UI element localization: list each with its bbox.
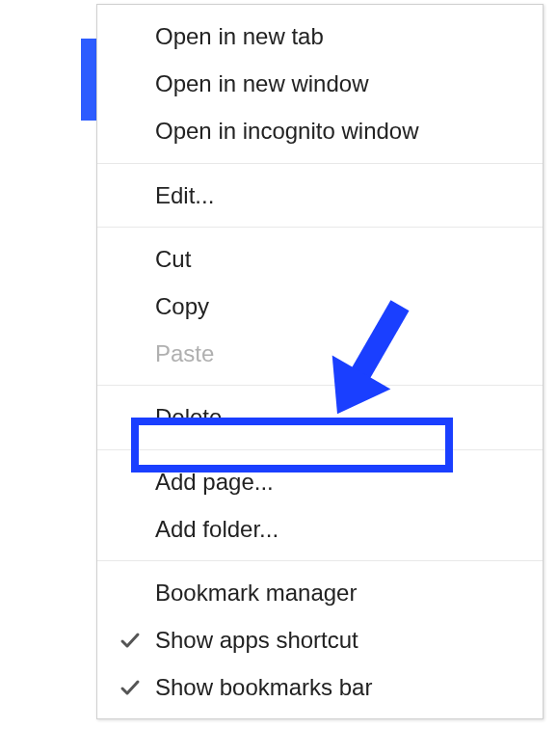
background-blue-bar — [81, 39, 96, 121]
context-menu: Open in new tab Open in new window Open … — [96, 4, 544, 719]
menu-label: Bookmark manager — [155, 580, 357, 606]
check-icon — [119, 676, 142, 699]
menu-label: Show apps shortcut — [155, 627, 358, 653]
menu-item-add-page[interactable]: Add page... — [97, 458, 543, 505]
menu-group-add: Add page... Add folder... — [97, 450, 543, 561]
menu-item-show-apps[interactable]: Show apps shortcut — [97, 616, 543, 663]
menu-group-edit: Edit... — [97, 164, 543, 228]
menu-item-open-new-tab[interactable]: Open in new tab — [97, 13, 543, 60]
menu-label: Paste — [155, 340, 214, 366]
menu-label: Delete — [155, 404, 222, 430]
menu-label: Cut — [155, 246, 191, 272]
menu-item-open-new-window[interactable]: Open in new window — [97, 60, 543, 107]
menu-group-delete: Delete — [97, 386, 543, 449]
menu-item-open-incognito[interactable]: Open in incognito window — [97, 107, 543, 154]
menu-group-bookmarks: Bookmark manager Show apps shortcut Show… — [97, 561, 543, 719]
menu-label: Show bookmarks bar — [155, 674, 372, 700]
menu-item-edit[interactable]: Edit... — [97, 172, 543, 219]
check-icon — [119, 629, 142, 652]
menu-group-clipboard: Cut Copy Paste — [97, 228, 543, 387]
menu-label: Open in new window — [155, 70, 368, 96]
menu-item-paste: Paste — [97, 330, 543, 377]
menu-label: Open in new tab — [155, 23, 324, 49]
menu-item-delete[interactable]: Delete — [97, 393, 543, 441]
menu-label: Copy — [155, 293, 209, 319]
menu-item-cut[interactable]: Cut — [97, 235, 543, 283]
menu-label: Add page... — [155, 469, 274, 495]
menu-item-bookmark-manager[interactable]: Bookmark manager — [97, 569, 543, 616]
menu-label: Edit... — [155, 182, 214, 208]
menu-group-open: Open in new tab Open in new window Open … — [97, 5, 543, 164]
menu-item-copy[interactable]: Copy — [97, 283, 543, 330]
menu-item-add-folder[interactable]: Add folder... — [97, 505, 543, 553]
menu-item-show-bookmarks-bar[interactable]: Show bookmarks bar — [97, 663, 543, 711]
menu-label: Add folder... — [155, 516, 278, 542]
menu-label: Open in incognito window — [155, 118, 419, 144]
